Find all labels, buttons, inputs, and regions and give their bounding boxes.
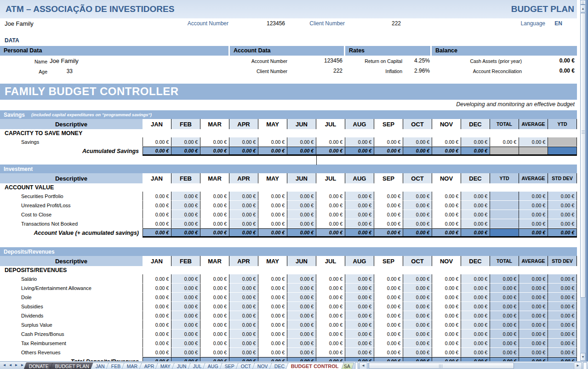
value-cell[interactable]: 0.00 € (287, 339, 316, 348)
value-cell[interactable]: 0.00 € (171, 201, 200, 210)
value-cell[interactable]: 0.00 € (432, 339, 461, 348)
value-cell[interactable]: 0.00 € (287, 302, 316, 311)
column-header-descriptive[interactable]: Descriptive (0, 173, 143, 183)
value-cell[interactable]: 0.00 € (374, 293, 403, 302)
value-cell[interactable]: 0.00 € (374, 329, 403, 339)
column-header-month[interactable]: APR (229, 256, 258, 266)
column-header-month[interactable]: APR (229, 173, 258, 183)
value-cell[interactable]: 0.00 € (143, 302, 171, 311)
summary-cell[interactable]: 0.00 € (548, 210, 577, 219)
row-label[interactable]: Cash Prizes/Bonus (0, 329, 143, 339)
value-cell[interactable]: 0.00 € (374, 311, 403, 320)
summary-cell[interactable] (490, 201, 519, 210)
row-label[interactable]: Securities Portfolio (0, 192, 143, 201)
column-header-month[interactable]: JUL (316, 173, 345, 183)
value-cell[interactable]: 0.00 € (287, 137, 316, 147)
horizontal-scroll-track[interactable] (368, 363, 573, 369)
value-cell[interactable]: 0.00 € (316, 219, 345, 228)
column-header-month[interactable]: JAN (143, 256, 171, 266)
column-header-month[interactable]: OCT (403, 256, 432, 266)
column-header-month[interactable]: SEP (374, 173, 403, 183)
total-summary-cell[interactable] (490, 228, 519, 238)
value-cell[interactable]: 0.00 € (345, 284, 374, 293)
summary-cell[interactable] (490, 192, 519, 201)
value-cell[interactable]: 0.00 € (287, 219, 316, 228)
value-cell[interactable]: 0.00 € (200, 302, 229, 311)
column-header-month[interactable]: NOV (432, 256, 461, 266)
total-value-cell[interactable]: 0.00 € (345, 147, 374, 156)
column-header-month[interactable]: JUN (287, 173, 316, 183)
summary-cell[interactable]: 0.00 € (548, 201, 577, 210)
value-cell[interactable]: 0.00 € (403, 302, 432, 311)
client-number-value[interactable]: 222 (346, 20, 401, 27)
summary-cell[interactable]: 0.00 € (519, 192, 548, 201)
value-cell[interactable]: 0.00 € (171, 210, 200, 219)
value-cell[interactable]: 0.00 € (403, 348, 432, 357)
summary-cell[interactable]: 0.00 € (490, 311, 519, 320)
value-cell[interactable]: 0.00 € (143, 192, 171, 201)
summary-cell[interactable]: 0.00 € (548, 293, 577, 302)
value-cell[interactable]: 0.00 € (143, 219, 171, 228)
value-cell[interactable]: 0.00 € (461, 348, 490, 357)
total-value-cell[interactable]: 0.00 € (258, 147, 287, 156)
next-sheet-icon[interactable]: ► (13, 362, 19, 368)
value-cell[interactable]: 0.00 € (287, 201, 316, 210)
value-cell[interactable]: 0.00 € (229, 192, 258, 201)
column-header-descriptive[interactable]: Descriptive (0, 256, 143, 266)
value-cell[interactable]: 0.00 € (345, 274, 374, 284)
summary-cell[interactable]: 0.00 € (548, 311, 577, 320)
value-cell[interactable]: 0.00 € (229, 219, 258, 228)
value-cell[interactable]: 0.00 € (403, 219, 432, 228)
total-summary-cell[interactable] (548, 147, 577, 156)
column-header-month[interactable]: JAN (143, 119, 171, 129)
value-cell[interactable]: 0.00 € (200, 329, 229, 339)
total-summary-cell[interactable] (519, 147, 548, 156)
value-cell[interactable]: 0.00 € (461, 210, 490, 219)
summary-cell[interactable]: 0.00 € (548, 284, 577, 293)
summary-cell[interactable]: 0.00 € (490, 293, 519, 302)
value-cell[interactable]: 0.00 € (229, 348, 258, 357)
column-header-summary[interactable]: AVERAGE (519, 256, 548, 266)
value-cell[interactable]: 0.00 € (461, 284, 490, 293)
value-cell[interactable]: 0.00 € (258, 192, 287, 201)
summary-cell[interactable]: 0.00 € (519, 201, 548, 210)
value-cell[interactable]: 0.00 € (374, 284, 403, 293)
value-cell[interactable]: 0.00 € (316, 201, 345, 210)
column-header-month[interactable]: APR (229, 119, 258, 129)
value-cell[interactable]: 0.00 € (403, 210, 432, 219)
value-cell[interactable]: 0.00 € (461, 274, 490, 284)
client-name[interactable]: Joe Family (5, 20, 34, 27)
value-cell[interactable]: 0.00 € (258, 311, 287, 320)
value-cell[interactable]: 0.00 € (200, 284, 229, 293)
sheet-tab-budget-plan[interactable]: BUDGET PLAN (50, 363, 94, 369)
column-header-month[interactable]: AUG (345, 173, 374, 183)
summary-cell[interactable]: 0.00 € (490, 339, 519, 348)
summary-cell[interactable]: 0.00 € (548, 320, 577, 329)
account-number-field-value[interactable]: 123456 (290, 57, 343, 64)
value-cell[interactable]: 0.00 € (229, 274, 258, 284)
value-cell[interactable]: 0.00 € (374, 210, 403, 219)
value-cell[interactable]: 0.00 € (200, 210, 229, 219)
value-cell[interactable]: 0.00 € (229, 320, 258, 329)
value-cell[interactable]: 0.00 € (316, 293, 345, 302)
value-cell[interactable]: 0.00 € (229, 293, 258, 302)
value-cell[interactable]: 0.00 € (345, 302, 374, 311)
value-cell[interactable]: 0.00 € (403, 284, 432, 293)
column-header-month[interactable]: AUG (345, 256, 374, 266)
total-summary-cell[interactable] (490, 147, 519, 156)
value-cell[interactable]: 0.00 € (229, 339, 258, 348)
value-cell[interactable]: 0.00 € (345, 137, 374, 147)
horizontal-scroll-thumb[interactable] (369, 363, 514, 369)
total-value-cell[interactable]: 0.00 € (229, 147, 258, 156)
total-value-cell[interactable]: 0.00 € (316, 147, 345, 156)
total-value-cell[interactable]: 0.00 € (432, 147, 461, 156)
total-value-cell[interactable]: 0.00 € (171, 228, 200, 238)
value-cell[interactable]: 0.00 € (461, 219, 490, 228)
value-cell[interactable]: 0.00 € (287, 293, 316, 302)
column-header-month[interactable]: OCT (403, 119, 432, 129)
row-label[interactable]: Transactions Not Booked (0, 219, 143, 228)
value-cell[interactable]: 0.00 € (171, 274, 200, 284)
summary-cell[interactable]: 0.00 € (548, 219, 577, 228)
total-value-cell[interactable]: 0.00 € (200, 147, 229, 156)
summary-cell[interactable] (548, 137, 577, 147)
